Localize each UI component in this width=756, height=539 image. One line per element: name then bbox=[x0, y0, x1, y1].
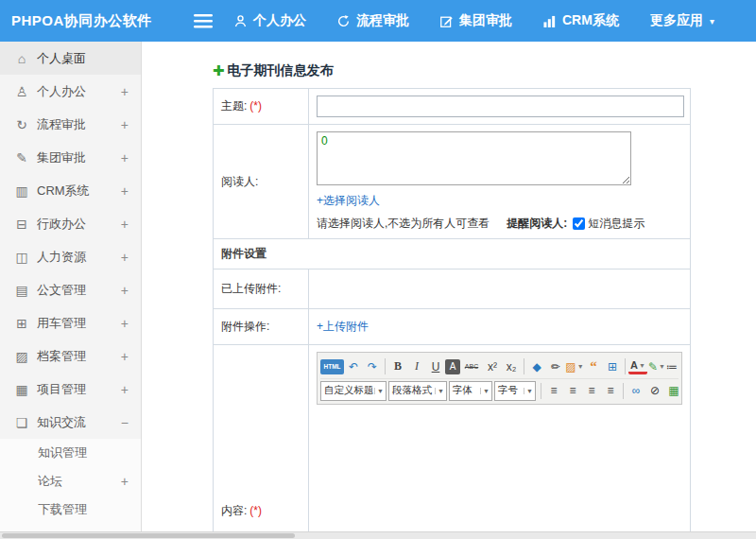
nav-item-personal-office[interactable]: 个人办公 bbox=[234, 12, 306, 29]
italic-button[interactable]: I bbox=[407, 356, 426, 376]
sidebar-item-download-mgmt[interactable]: 下载管理 bbox=[0, 496, 141, 524]
underline-button[interactable]: U bbox=[426, 356, 445, 376]
font-background-button[interactable]: A bbox=[445, 359, 460, 374]
subscript-button[interactable]: x₂ bbox=[502, 356, 521, 376]
collapse-icon[interactable]: − bbox=[121, 415, 129, 430]
upload-attachment-link[interactable]: +上传附件 bbox=[317, 320, 369, 333]
align-right-button[interactable]: ≡ bbox=[582, 381, 601, 401]
bold-button[interactable]: B bbox=[388, 356, 407, 376]
nav-item-process-approval[interactable]: 流程审批 bbox=[337, 12, 409, 29]
strikethrough-button[interactable]: ABC bbox=[460, 356, 483, 376]
sidebar-item-knowledge-mgmt[interactable]: 知识管理 bbox=[0, 439, 141, 467]
expand-icon[interactable]: + bbox=[121, 183, 129, 199]
subject-row: 主题:(*) bbox=[214, 89, 691, 125]
readers-hint: 请选择阅读人,不选为所有人可查看 bbox=[317, 216, 490, 232]
sidebar-item-vehicle-mgmt[interactable]: ⊞用车管理+ bbox=[0, 306, 141, 339]
sidebar-item-label: 公文管理 bbox=[37, 282, 115, 299]
expand-icon[interactable]: + bbox=[121, 283, 129, 298]
select-readers-link[interactable]: +选择阅读人 bbox=[317, 193, 380, 209]
eraser-button[interactable]: ◆ bbox=[527, 356, 546, 376]
sms-checkbox[interactable] bbox=[573, 217, 585, 230]
sidebar-item-forum[interactable]: 论坛+ bbox=[0, 467, 141, 496]
expand-icon[interactable]: + bbox=[121, 217, 129, 232]
scrollbar-thumb[interactable] bbox=[2, 533, 295, 538]
custom-title-select[interactable]: 自定义标题▼ bbox=[320, 381, 387, 401]
sidebar-item-label: 行政办公 bbox=[37, 216, 115, 233]
menu-icon[interactable] bbox=[187, 7, 219, 35]
required-mark: (*) bbox=[249, 504, 262, 517]
sidebar-item-public-file-cabinet[interactable]: 公共文件柜 bbox=[0, 524, 141, 531]
document-icon: ▤ bbox=[12, 283, 31, 298]
undo-button[interactable]: ↶ bbox=[344, 356, 363, 376]
readers-hint-line: 请选择阅读人,不选为所有人可查看 提醒阅读人: 短消息提示 bbox=[317, 216, 682, 232]
top-header: PHPOA协同办公软件 个人办公流程审批集团审批CRM系统更多应用▾ bbox=[0, 0, 756, 42]
expand-icon[interactable]: + bbox=[121, 250, 129, 265]
expand-icon[interactable]: + bbox=[121, 349, 129, 364]
nav-item-crm-system[interactable]: CRM系统 bbox=[543, 12, 619, 29]
top-nav: 个人办公流程审批集团审批CRM系统更多应用▾ bbox=[234, 12, 746, 29]
sidebar-item-personal-desktop[interactable]: ⌂个人桌面 bbox=[0, 42, 141, 75]
toolbar-separator bbox=[625, 358, 626, 374]
content-row: 内容:(*) HTML↶↷BIUAABCx²x₂◆✏▨▼“⊞A▼✎▼≔▼≕▼ 自… bbox=[214, 345, 691, 532]
page-title: ✚ 电子期刊信息发布 bbox=[213, 62, 756, 79]
html-source-button[interactable]: HTML bbox=[320, 359, 344, 374]
font-size-select[interactable]: 字号▼ bbox=[494, 381, 536, 401]
highlight-color-button[interactable]: ✎▼ bbox=[647, 356, 666, 376]
image-button[interactable]: ▦ bbox=[664, 381, 679, 401]
crm-icon: ▥ bbox=[12, 183, 31, 199]
align-center-button[interactable]: ≡ bbox=[563, 381, 582, 401]
align-left-button[interactable]: ≡ bbox=[544, 381, 563, 401]
readers-textarea[interactable]: 0 bbox=[317, 131, 631, 185]
editor-area[interactable] bbox=[317, 405, 682, 531]
sidebar-item-personal-office[interactable]: ♙个人办公+ bbox=[0, 75, 141, 108]
expand-icon[interactable]: + bbox=[121, 84, 129, 99]
redo-button[interactable]: ↷ bbox=[363, 356, 382, 376]
chevron-down-icon: ▼ bbox=[480, 388, 491, 394]
expand-icon[interactable]: + bbox=[121, 150, 129, 165]
sidebar-item-label: 个人办公 bbox=[37, 83, 115, 100]
sidebar-item-admin-office[interactable]: ⊟行政办公+ bbox=[0, 207, 141, 240]
sidebar-item-project-mgmt[interactable]: ▦项目管理+ bbox=[0, 373, 141, 406]
superscript-button[interactable]: x² bbox=[483, 356, 502, 376]
nav-item-more-apps[interactable]: 更多应用▾ bbox=[650, 12, 714, 29]
table-button[interactable]: ⊞ bbox=[603, 356, 622, 376]
nav-item-group-approval[interactable]: 集团审批 bbox=[440, 12, 512, 29]
blockquote-button[interactable]: “ bbox=[584, 356, 603, 376]
align-justify-button[interactable]: ≡ bbox=[601, 381, 620, 401]
font-family-select[interactable]: 字体▼ bbox=[449, 381, 492, 401]
sidebar-item-group-approval[interactable]: ✎集团审批+ bbox=[0, 141, 141, 174]
sidebar-item-label: 人力资源 bbox=[37, 249, 115, 266]
hr-icon: ◫ bbox=[12, 250, 31, 265]
format-painter-button[interactable]: ✏ bbox=[546, 356, 565, 376]
archive-icon: ▨ bbox=[12, 349, 31, 364]
remind-readers-label: 提醒阅读人: bbox=[507, 216, 567, 232]
add-icon: ✚ bbox=[213, 62, 225, 79]
paragraph-format-select[interactable]: 段落格式▼ bbox=[388, 381, 447, 401]
unlink-button[interactable]: ⊘ bbox=[645, 381, 664, 401]
expand-icon[interactable]: + bbox=[121, 316, 129, 331]
sidebar-item-process-approval[interactable]: ↻流程审批+ bbox=[0, 108, 141, 141]
sidebar-item-human-resources[interactable]: ◫人力资源+ bbox=[0, 240, 141, 273]
expand-icon[interactable]: + bbox=[121, 474, 129, 489]
attachment-ops-label: 附件操作: bbox=[214, 309, 309, 345]
nav-item-label: 集团审批 bbox=[459, 12, 512, 29]
sidebar-item-label: CRM系统 bbox=[37, 183, 115, 200]
sidebar-item-label: 知识交流 bbox=[37, 414, 115, 431]
ordered-list-button[interactable]: ≔▼ bbox=[666, 356, 679, 376]
content-label: 内容: bbox=[221, 504, 247, 517]
expand-icon[interactable]: + bbox=[121, 382, 129, 397]
expand-icon[interactable]: + bbox=[121, 117, 129, 132]
sidebar-item-archive-mgmt[interactable]: ▨档案管理+ bbox=[0, 339, 141, 373]
sidebar-item-knowledge-exchange[interactable]: ❏知识交流− bbox=[0, 406, 141, 439]
font-color-button[interactable]: A▼ bbox=[628, 359, 647, 374]
sidebar-item-document-mgmt[interactable]: ▤公文管理+ bbox=[0, 273, 141, 306]
fill-color-button[interactable]: ▨▼ bbox=[565, 356, 584, 376]
person-icon: ♙ bbox=[12, 84, 31, 99]
link-button[interactable]: ∞ bbox=[627, 381, 645, 401]
horizontal-scrollbar[interactable] bbox=[0, 531, 756, 539]
chevron-down-icon: ▼ bbox=[374, 388, 386, 394]
readers-label: 阅读人: bbox=[214, 125, 309, 239]
person-icon bbox=[234, 14, 247, 27]
sidebar-item-crm-system[interactable]: ▥CRM系统+ bbox=[0, 174, 141, 207]
subject-input[interactable] bbox=[317, 96, 684, 117]
